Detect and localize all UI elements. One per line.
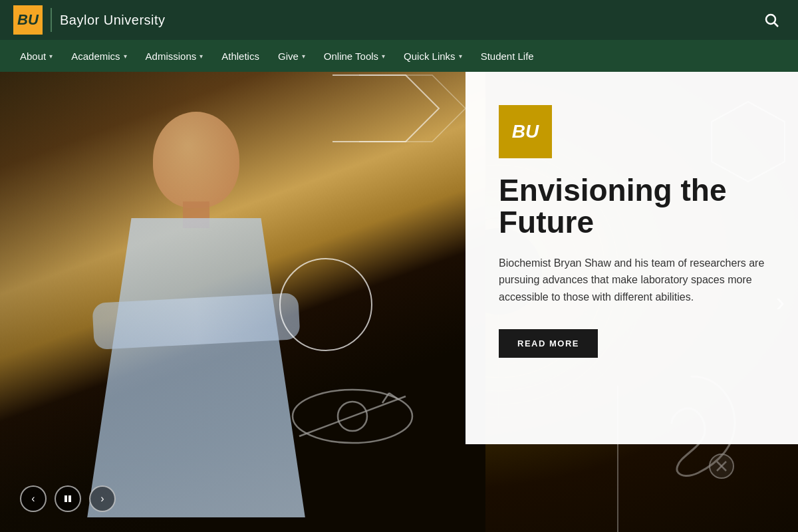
bu-panel-logo-text: BU bbox=[512, 121, 539, 142]
site-header: BU Baylor University bbox=[0, 0, 798, 40]
slider-controls: ‹ › bbox=[20, 485, 116, 512]
svg-line-1 bbox=[775, 23, 779, 27]
logo-area: BU Baylor University bbox=[13, 5, 166, 35]
bu-panel-logo: BU bbox=[499, 105, 552, 158]
search-button[interactable] bbox=[758, 7, 785, 33]
svg-rect-37 bbox=[68, 495, 71, 502]
university-name: Baylor University bbox=[60, 13, 166, 28]
chevron-down-icon: ▾ bbox=[382, 53, 385, 60]
read-more-button[interactable]: READ MORE bbox=[499, 329, 598, 358]
chevron-down-icon: ▾ bbox=[200, 53, 203, 60]
chevron-down-icon: ▾ bbox=[49, 53, 53, 60]
person-shirt bbox=[66, 218, 326, 517]
hero-description: Biochemist Bryan Shaw and his team of re… bbox=[499, 255, 765, 306]
nav-item-student-life[interactable]: Student Life bbox=[471, 40, 543, 72]
geo-chevron-top bbox=[319, 72, 466, 148]
eye-accessibility-icon bbox=[286, 383, 419, 452]
main-nav: About ▾ Academics ▾ Admissions ▾ Athleti… bbox=[0, 40, 798, 72]
hero-vertical-divider bbox=[617, 386, 618, 532]
nav-item-online-tools[interactable]: Online Tools ▾ bbox=[315, 40, 394, 72]
logo-divider bbox=[51, 8, 52, 32]
svg-point-0 bbox=[766, 15, 775, 24]
hero-section: BU Envisioning the Future Biochemist Bry… bbox=[0, 72, 798, 532]
nav-item-about[interactable]: About ▾ bbox=[11, 40, 62, 72]
svg-marker-27 bbox=[712, 102, 785, 182]
geo-hex-right bbox=[705, 98, 791, 188]
chevron-down-icon: ▾ bbox=[302, 53, 305, 60]
nav-item-admissions[interactable]: Admissions ▾ bbox=[136, 40, 213, 72]
slide-next-button[interactable]: › bbox=[89, 485, 116, 512]
nav-item-give[interactable]: Give ▾ bbox=[269, 40, 315, 72]
svg-rect-36 bbox=[65, 495, 67, 502]
slide-prev-button[interactable]: ‹ bbox=[20, 485, 47, 512]
slide-pause-button[interactable] bbox=[55, 485, 81, 512]
chevron-down-icon: ▾ bbox=[124, 53, 127, 60]
nav-item-athletics[interactable]: Athletics bbox=[212, 40, 269, 72]
nav-item-quick-links[interactable]: Quick Links ▾ bbox=[394, 40, 471, 72]
person-head bbox=[153, 112, 239, 208]
nav-item-academics[interactable]: Academics ▾ bbox=[62, 40, 136, 72]
chevron-down-icon: ▾ bbox=[459, 53, 462, 60]
slide-right-arrow[interactable]: › bbox=[776, 287, 785, 317]
circle-decoration bbox=[279, 258, 372, 351]
bu-logo-mark: BU bbox=[13, 5, 43, 35]
